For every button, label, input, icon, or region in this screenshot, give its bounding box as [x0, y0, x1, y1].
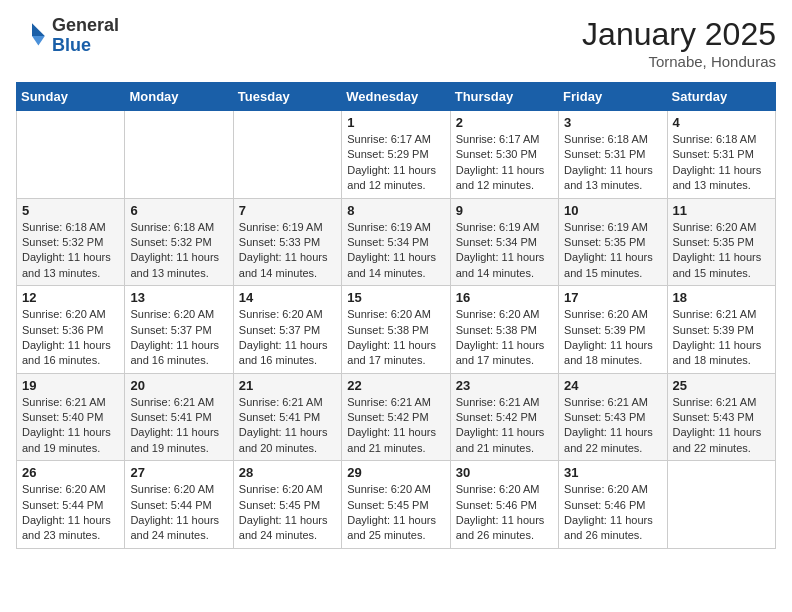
- day-info: Sunrise: 6:19 AM Sunset: 5:34 PM Dayligh…: [456, 220, 553, 282]
- day-number: 11: [673, 203, 770, 218]
- day-number: 26: [22, 465, 119, 480]
- day-info: Sunrise: 6:20 AM Sunset: 5:46 PM Dayligh…: [564, 482, 661, 544]
- calendar-cell: 17Sunrise: 6:20 AM Sunset: 5:39 PM Dayli…: [559, 286, 667, 374]
- day-info: Sunrise: 6:20 AM Sunset: 5:46 PM Dayligh…: [456, 482, 553, 544]
- calendar-cell: 12Sunrise: 6:20 AM Sunset: 5:36 PM Dayli…: [17, 286, 125, 374]
- day-info: Sunrise: 6:20 AM Sunset: 5:36 PM Dayligh…: [22, 307, 119, 369]
- calendar-cell: 14Sunrise: 6:20 AM Sunset: 5:37 PM Dayli…: [233, 286, 341, 374]
- calendar-cell: 28Sunrise: 6:20 AM Sunset: 5:45 PM Dayli…: [233, 461, 341, 549]
- day-number: 3: [564, 115, 661, 130]
- day-number: 6: [130, 203, 227, 218]
- location: Tornabe, Honduras: [582, 53, 776, 70]
- calendar-week-row: 5Sunrise: 6:18 AM Sunset: 5:32 PM Daylig…: [17, 198, 776, 286]
- day-number: 10: [564, 203, 661, 218]
- day-info: Sunrise: 6:20 AM Sunset: 5:44 PM Dayligh…: [22, 482, 119, 544]
- day-number: 13: [130, 290, 227, 305]
- calendar-cell: 9Sunrise: 6:19 AM Sunset: 5:34 PM Daylig…: [450, 198, 558, 286]
- logo-icon: [16, 20, 48, 52]
- day-number: 30: [456, 465, 553, 480]
- day-number: 14: [239, 290, 336, 305]
- day-info: Sunrise: 6:21 AM Sunset: 5:41 PM Dayligh…: [130, 395, 227, 457]
- day-info: Sunrise: 6:21 AM Sunset: 5:40 PM Dayligh…: [22, 395, 119, 457]
- calendar-cell: 7Sunrise: 6:19 AM Sunset: 5:33 PM Daylig…: [233, 198, 341, 286]
- page-header: General Blue January 2025 Tornabe, Hondu…: [16, 16, 776, 70]
- title-block: January 2025 Tornabe, Honduras: [582, 16, 776, 70]
- calendar-cell: 26Sunrise: 6:20 AM Sunset: 5:44 PM Dayli…: [17, 461, 125, 549]
- calendar-cell: 3Sunrise: 6:18 AM Sunset: 5:31 PM Daylig…: [559, 111, 667, 199]
- day-info: Sunrise: 6:21 AM Sunset: 5:42 PM Dayligh…: [456, 395, 553, 457]
- calendar-cell: 24Sunrise: 6:21 AM Sunset: 5:43 PM Dayli…: [559, 373, 667, 461]
- calendar-week-row: 1Sunrise: 6:17 AM Sunset: 5:29 PM Daylig…: [17, 111, 776, 199]
- day-number: 8: [347, 203, 444, 218]
- day-number: 23: [456, 378, 553, 393]
- day-number: 22: [347, 378, 444, 393]
- calendar-cell: 30Sunrise: 6:20 AM Sunset: 5:46 PM Dayli…: [450, 461, 558, 549]
- calendar-cell: 1Sunrise: 6:17 AM Sunset: 5:29 PM Daylig…: [342, 111, 450, 199]
- day-number: 20: [130, 378, 227, 393]
- svg-marker-1: [32, 36, 45, 46]
- day-number: 15: [347, 290, 444, 305]
- calendar-body: 1Sunrise: 6:17 AM Sunset: 5:29 PM Daylig…: [17, 111, 776, 549]
- day-number: 1: [347, 115, 444, 130]
- calendar-cell: 20Sunrise: 6:21 AM Sunset: 5:41 PM Dayli…: [125, 373, 233, 461]
- calendar-cell: 11Sunrise: 6:20 AM Sunset: 5:35 PM Dayli…: [667, 198, 775, 286]
- month-title: January 2025: [582, 16, 776, 53]
- day-info: Sunrise: 6:20 AM Sunset: 5:38 PM Dayligh…: [347, 307, 444, 369]
- day-info: Sunrise: 6:18 AM Sunset: 5:32 PM Dayligh…: [22, 220, 119, 282]
- calendar-cell: 19Sunrise: 6:21 AM Sunset: 5:40 PM Dayli…: [17, 373, 125, 461]
- day-number: 18: [673, 290, 770, 305]
- calendar-cell: 27Sunrise: 6:20 AM Sunset: 5:44 PM Dayli…: [125, 461, 233, 549]
- day-number: 12: [22, 290, 119, 305]
- day-number: 2: [456, 115, 553, 130]
- day-of-week-header: Wednesday: [342, 83, 450, 111]
- calendar-cell: 22Sunrise: 6:21 AM Sunset: 5:42 PM Dayli…: [342, 373, 450, 461]
- calendar-cell: 31Sunrise: 6:20 AM Sunset: 5:46 PM Dayli…: [559, 461, 667, 549]
- day-number: 16: [456, 290, 553, 305]
- day-of-week-header: Monday: [125, 83, 233, 111]
- calendar-cell: 8Sunrise: 6:19 AM Sunset: 5:34 PM Daylig…: [342, 198, 450, 286]
- day-number: 9: [456, 203, 553, 218]
- day-number: 27: [130, 465, 227, 480]
- calendar-cell: 6Sunrise: 6:18 AM Sunset: 5:32 PM Daylig…: [125, 198, 233, 286]
- day-of-week-header: Tuesday: [233, 83, 341, 111]
- logo: General Blue: [16, 16, 119, 56]
- day-info: Sunrise: 6:21 AM Sunset: 5:42 PM Dayligh…: [347, 395, 444, 457]
- day-number: 19: [22, 378, 119, 393]
- calendar-cell: 15Sunrise: 6:20 AM Sunset: 5:38 PM Dayli…: [342, 286, 450, 374]
- day-info: Sunrise: 6:19 AM Sunset: 5:34 PM Dayligh…: [347, 220, 444, 282]
- day-info: Sunrise: 6:20 AM Sunset: 5:45 PM Dayligh…: [239, 482, 336, 544]
- calendar-cell: [233, 111, 341, 199]
- day-info: Sunrise: 6:18 AM Sunset: 5:32 PM Dayligh…: [130, 220, 227, 282]
- calendar-cell: [17, 111, 125, 199]
- day-info: Sunrise: 6:21 AM Sunset: 5:43 PM Dayligh…: [673, 395, 770, 457]
- day-number: 21: [239, 378, 336, 393]
- calendar-cell: 23Sunrise: 6:21 AM Sunset: 5:42 PM Dayli…: [450, 373, 558, 461]
- calendar-cell: [125, 111, 233, 199]
- day-info: Sunrise: 6:21 AM Sunset: 5:43 PM Dayligh…: [564, 395, 661, 457]
- calendar-cell: 2Sunrise: 6:17 AM Sunset: 5:30 PM Daylig…: [450, 111, 558, 199]
- day-info: Sunrise: 6:20 AM Sunset: 5:39 PM Dayligh…: [564, 307, 661, 369]
- day-number: 17: [564, 290, 661, 305]
- day-info: Sunrise: 6:17 AM Sunset: 5:30 PM Dayligh…: [456, 132, 553, 194]
- day-info: Sunrise: 6:20 AM Sunset: 5:35 PM Dayligh…: [673, 220, 770, 282]
- calendar-cell: 10Sunrise: 6:19 AM Sunset: 5:35 PM Dayli…: [559, 198, 667, 286]
- calendar-cell: 5Sunrise: 6:18 AM Sunset: 5:32 PM Daylig…: [17, 198, 125, 286]
- day-number: 4: [673, 115, 770, 130]
- logo-text: General Blue: [52, 16, 119, 56]
- day-number: 25: [673, 378, 770, 393]
- svg-marker-0: [32, 23, 45, 36]
- day-number: 29: [347, 465, 444, 480]
- calendar-cell: [667, 461, 775, 549]
- day-info: Sunrise: 6:21 AM Sunset: 5:41 PM Dayligh…: [239, 395, 336, 457]
- day-info: Sunrise: 6:17 AM Sunset: 5:29 PM Dayligh…: [347, 132, 444, 194]
- day-info: Sunrise: 6:20 AM Sunset: 5:38 PM Dayligh…: [456, 307, 553, 369]
- calendar-cell: 29Sunrise: 6:20 AM Sunset: 5:45 PM Dayli…: [342, 461, 450, 549]
- day-info: Sunrise: 6:21 AM Sunset: 5:39 PM Dayligh…: [673, 307, 770, 369]
- calendar-cell: 21Sunrise: 6:21 AM Sunset: 5:41 PM Dayli…: [233, 373, 341, 461]
- day-number: 24: [564, 378, 661, 393]
- day-info: Sunrise: 6:20 AM Sunset: 5:45 PM Dayligh…: [347, 482, 444, 544]
- calendar-header-row: SundayMondayTuesdayWednesdayThursdayFrid…: [17, 83, 776, 111]
- day-of-week-header: Saturday: [667, 83, 775, 111]
- calendar-cell: 13Sunrise: 6:20 AM Sunset: 5:37 PM Dayli…: [125, 286, 233, 374]
- day-number: 31: [564, 465, 661, 480]
